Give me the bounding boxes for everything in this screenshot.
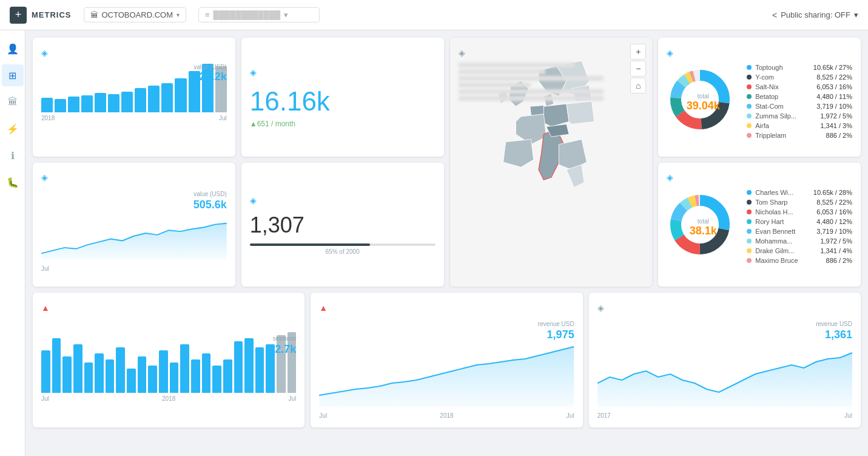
add-button[interactable]: + bbox=[10, 7, 27, 24]
legend-item: Stat-Com 3,719 / 10% bbox=[747, 103, 852, 110]
legend-name: Y-com bbox=[755, 73, 813, 81]
map-zoom-in[interactable]: + bbox=[630, 44, 646, 60]
bar-item bbox=[55, 99, 66, 112]
topnav: + METRICS 🏛 OCTOBOARD.COM ▾ ≡ ██████████… bbox=[0, 0, 868, 30]
legend-value: 1,972 / 5% bbox=[820, 237, 852, 245]
x-label: Jul bbox=[844, 412, 852, 419]
legend-item: Tripplelam 886 / 2% bbox=[747, 132, 852, 139]
bar-item bbox=[116, 347, 125, 393]
card7-value: 12.7k bbox=[269, 343, 296, 356]
legend-dot bbox=[747, 258, 752, 263]
sidebar-item-dashboard[interactable]: ⊞ bbox=[2, 64, 24, 86]
legend-dot bbox=[747, 94, 752, 99]
website-leads-card: ▲ revenue USD 1,975 bbox=[311, 293, 582, 427]
card6-donut: total 38.1k bbox=[667, 191, 739, 264]
legend-item: Nicholas H... 6,053 / 16% bbox=[747, 208, 852, 216]
sharing-control[interactable]: < Public sharing: OFF ▾ bbox=[772, 10, 858, 20]
card8-x-labels: Jul 2018 Jul bbox=[319, 412, 574, 419]
sidebar-item-bug[interactable]: 🐛 bbox=[2, 171, 24, 193]
card8-value: 1,975 bbox=[538, 328, 574, 341]
bar-item bbox=[41, 350, 50, 393]
card6-donut-center: total 38.1k bbox=[690, 218, 717, 237]
legend-item: Salt-Nix 6,053 / 16% bbox=[747, 83, 852, 90]
legend-value: 6,053 / 16% bbox=[816, 208, 852, 216]
legend-name: Evan Bennett bbox=[755, 228, 813, 235]
card7-x-labels: Jul 2018 Jul bbox=[41, 395, 296, 402]
card4-x-labels: Jul bbox=[41, 265, 227, 272]
bar-item bbox=[121, 92, 133, 112]
bar-item bbox=[108, 94, 119, 112]
map-data-line bbox=[459, 63, 575, 67]
card7-value-label: sessions bbox=[272, 335, 296, 342]
legend-name: Zumma Silp... bbox=[755, 112, 816, 120]
card8-chart: revenue USD 1,975 bbox=[319, 318, 574, 410]
legend-item: Drake Gilm... 1,341 / 4% bbox=[747, 247, 852, 254]
card2-icon: ◈ bbox=[250, 67, 257, 77]
sidebar-item-user[interactable]: 👤 bbox=[2, 38, 24, 60]
legend-value: 4,480 / 11% bbox=[816, 93, 852, 100]
bar-item bbox=[202, 353, 211, 393]
legend-name: Nicholas H... bbox=[755, 208, 813, 216]
card3-total-value: 39.04k bbox=[687, 100, 720, 112]
card8-icon: ▲ bbox=[319, 303, 328, 313]
card3-donut: total 39.04k bbox=[667, 66, 739, 139]
legend-item: Betatop 4,480 / 11% bbox=[747, 93, 852, 100]
sidebar: 👤 ⊞ 🏛 ⚡ ℹ 🐛 bbox=[0, 30, 25, 435]
sales-progress-card: ◈ 1,307 65% of 2000 bbox=[241, 163, 444, 287]
map-data-line bbox=[459, 69, 546, 74]
legend-dot bbox=[747, 84, 752, 89]
card1-chart: value (USD) 127.2k 2018 bbox=[41, 64, 227, 121]
legend-dot bbox=[747, 200, 752, 205]
legend-value: 1,972 / 5% bbox=[820, 112, 852, 120]
map-data-line bbox=[459, 96, 604, 101]
card7-icon: ▲ bbox=[41, 303, 50, 313]
sharing-chevron: ▾ bbox=[854, 10, 858, 19]
bar-item bbox=[234, 341, 243, 393]
map-data-line bbox=[459, 83, 531, 87]
card3-donut-layout: total 39.04k Toptough 10.65k / 27% Y-com… bbox=[667, 64, 852, 141]
legend-item: Charles Wi... 10.65k / 28% bbox=[747, 189, 852, 196]
legend-dot bbox=[747, 190, 752, 195]
card6-icon: ◈ bbox=[667, 172, 673, 182]
sidebar-item-flash[interactable]: ⚡ bbox=[2, 118, 24, 140]
map-home[interactable]: ⌂ bbox=[630, 78, 646, 94]
card2-kpi-change: ▲651 / month bbox=[250, 120, 295, 128]
map-header: ◈ bbox=[459, 46, 604, 103]
legend-item: Maximo Bruce 886 / 2% bbox=[747, 257, 852, 264]
legend-item: Tom Sharp 8,525 / 22% bbox=[747, 199, 852, 206]
legend-item: Rory Hart 4,480 / 12% bbox=[747, 218, 852, 225]
top-sellers-card: ◈ total bbox=[658, 163, 861, 287]
revenue-metrics-card: ◈ value (USD) 127.2k bbox=[33, 38, 235, 157]
card9-x-labels: 2017 Jul bbox=[597, 412, 852, 419]
card6-total-label: total bbox=[690, 218, 717, 225]
top-companies-card: ◈ bbox=[658, 38, 861, 157]
bottom-row: ▲ sessions 12.7k bbox=[33, 293, 861, 427]
filter-dropdown[interactable]: ≡ ████████████ ▾ bbox=[198, 7, 320, 22]
legend-value: 1,341 / 3% bbox=[820, 122, 852, 129]
legend-name: Toptough bbox=[755, 64, 810, 71]
legend-value: 1,341 / 4% bbox=[820, 247, 852, 254]
legend-value: 8,525 / 22% bbox=[816, 73, 852, 81]
card3-donut-center: total 39.04k bbox=[687, 93, 720, 112]
sidebar-item-info[interactable]: ℹ bbox=[2, 145, 24, 166]
x-label: 2018 bbox=[41, 115, 55, 121]
card9-chart: revenue USD 1,361 bbox=[597, 318, 852, 410]
card5-gauge-label: 65% of 2000 bbox=[250, 248, 436, 255]
bar-item bbox=[223, 359, 232, 393]
topnav-left: + METRICS 🏛 OCTOBOARD.COM ▾ ≡ ██████████… bbox=[10, 7, 320, 24]
top-revenue-card: ◈ revenue USD 1,361 bbox=[589, 293, 861, 427]
bar-item bbox=[161, 83, 173, 112]
card6-legend: Charles Wi... 10.65k / 28% Tom Sharp 8,5… bbox=[747, 189, 852, 267]
card6-total-value: 38.1k bbox=[690, 225, 717, 237]
bar-item bbox=[95, 353, 104, 393]
x-label: 2018 bbox=[440, 412, 453, 419]
stripe-stats-card: ◈ 16.16k ▲651 / month bbox=[241, 38, 444, 157]
legend-item: Zumma Silp... 1,972 / 5% bbox=[747, 112, 852, 120]
org-dropdown[interactable]: 🏛 OCTOBOARD.COM ▾ bbox=[84, 7, 187, 22]
x-label: Jul bbox=[41, 265, 49, 272]
legend-dot bbox=[747, 114, 752, 118]
sidebar-item-bank[interactable]: 🏛 bbox=[2, 91, 24, 113]
map-zoom-out[interactable]: − bbox=[630, 61, 646, 77]
bar-item bbox=[95, 93, 106, 112]
bar-item bbox=[159, 350, 168, 393]
